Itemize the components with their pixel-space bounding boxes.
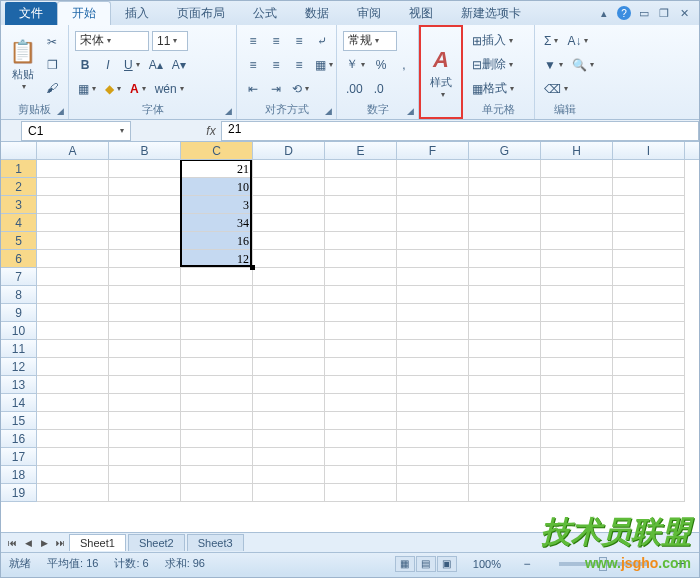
- tab-review[interactable]: 审阅: [343, 2, 395, 25]
- cell[interactable]: [541, 484, 613, 502]
- cell[interactable]: [613, 394, 685, 412]
- column-header[interactable]: G: [469, 142, 541, 159]
- delete-cells-button[interactable]: ⊟ 删除▾: [469, 55, 516, 75]
- cell[interactable]: [325, 286, 397, 304]
- format-painter-button[interactable]: 🖌: [42, 78, 62, 98]
- cell[interactable]: [253, 268, 325, 286]
- name-box[interactable]: C1 ▾: [21, 121, 131, 141]
- row-header[interactable]: 16: [1, 430, 37, 448]
- cell-styles-button[interactable]: A 样式 ▾: [427, 31, 455, 115]
- zoom-slider[interactable]: [559, 562, 649, 566]
- row-header[interactable]: 11: [1, 340, 37, 358]
- percent-button[interactable]: %: [371, 55, 391, 75]
- zoom-out-button[interactable]: −: [517, 554, 537, 574]
- cell[interactable]: [109, 340, 181, 358]
- cell[interactable]: [613, 466, 685, 484]
- cell[interactable]: [613, 268, 685, 286]
- cell[interactable]: [613, 430, 685, 448]
- dialog-launcher-icon[interactable]: ◢: [322, 105, 334, 117]
- row-header[interactable]: 15: [1, 412, 37, 430]
- format-cells-button[interactable]: ▦ 格式▾: [469, 79, 517, 99]
- cell[interactable]: [109, 376, 181, 394]
- cell[interactable]: [613, 304, 685, 322]
- cell[interactable]: [469, 376, 541, 394]
- cell[interactable]: [253, 322, 325, 340]
- italic-button[interactable]: I: [98, 55, 118, 75]
- cell[interactable]: [397, 430, 469, 448]
- decrease-indent-button[interactable]: ⇤: [243, 79, 263, 99]
- cell[interactable]: [37, 448, 109, 466]
- underline-button[interactable]: U▾: [121, 55, 143, 75]
- cell[interactable]: [469, 322, 541, 340]
- cell[interactable]: [181, 376, 253, 394]
- cell[interactable]: [181, 268, 253, 286]
- cell[interactable]: [469, 160, 541, 178]
- cell[interactable]: [109, 394, 181, 412]
- tab-page-layout[interactable]: 页面布局: [163, 2, 239, 25]
- cell[interactable]: [253, 466, 325, 484]
- border-button[interactable]: ▦▾: [75, 79, 99, 99]
- formula-input[interactable]: 21: [221, 121, 699, 141]
- cell[interactable]: [469, 232, 541, 250]
- cell[interactable]: [541, 160, 613, 178]
- cell[interactable]: [181, 448, 253, 466]
- cell[interactable]: [109, 430, 181, 448]
- tab-file[interactable]: 文件: [5, 2, 57, 25]
- cell[interactable]: [469, 178, 541, 196]
- cell[interactable]: [181, 322, 253, 340]
- cell[interactable]: [541, 358, 613, 376]
- cell[interactable]: [109, 214, 181, 232]
- cell[interactable]: [181, 358, 253, 376]
- cell[interactable]: [37, 178, 109, 196]
- cell[interactable]: [613, 448, 685, 466]
- cell[interactable]: [397, 448, 469, 466]
- orientation-button[interactable]: ⟲▾: [289, 79, 312, 99]
- cell[interactable]: [109, 286, 181, 304]
- row-header[interactable]: 14: [1, 394, 37, 412]
- bold-button[interactable]: B: [75, 55, 95, 75]
- cell[interactable]: [541, 178, 613, 196]
- last-sheet-button[interactable]: ⏭: [53, 536, 67, 550]
- cell[interactable]: [253, 196, 325, 214]
- font-name-combo[interactable]: 宋体▾: [75, 31, 149, 51]
- cell[interactable]: [469, 214, 541, 232]
- cell[interactable]: [613, 178, 685, 196]
- cell[interactable]: [397, 340, 469, 358]
- cell[interactable]: [253, 448, 325, 466]
- row-header[interactable]: 2: [1, 178, 37, 196]
- cell[interactable]: [109, 268, 181, 286]
- cell[interactable]: [109, 232, 181, 250]
- cell[interactable]: [469, 196, 541, 214]
- cell[interactable]: [397, 376, 469, 394]
- column-header[interactable]: H: [541, 142, 613, 159]
- cell[interactable]: [397, 394, 469, 412]
- cell[interactable]: [613, 322, 685, 340]
- cell[interactable]: 10: [181, 178, 253, 196]
- cell[interactable]: [37, 466, 109, 484]
- cell[interactable]: [253, 376, 325, 394]
- cell[interactable]: [541, 322, 613, 340]
- cell[interactable]: [109, 358, 181, 376]
- cell[interactable]: [469, 358, 541, 376]
- cell[interactable]: [613, 286, 685, 304]
- cell[interactable]: [181, 466, 253, 484]
- minimize-ribbon-icon[interactable]: ▴: [597, 6, 611, 20]
- align-top-button[interactable]: ≡: [243, 31, 263, 51]
- cell[interactable]: [469, 250, 541, 268]
- cell[interactable]: [469, 286, 541, 304]
- tab-custom[interactable]: 新建选项卡: [447, 2, 535, 25]
- tab-home[interactable]: 开始: [57, 1, 111, 25]
- tab-data[interactable]: 数据: [291, 2, 343, 25]
- comma-button[interactable]: ,: [394, 55, 414, 75]
- cell[interactable]: [253, 394, 325, 412]
- cell[interactable]: [541, 286, 613, 304]
- increase-indent-button[interactable]: ⇥: [266, 79, 286, 99]
- cell[interactable]: [397, 412, 469, 430]
- cell[interactable]: [325, 394, 397, 412]
- cell[interactable]: [37, 196, 109, 214]
- row-header[interactable]: 6: [1, 250, 37, 268]
- cell[interactable]: [253, 214, 325, 232]
- help-icon[interactable]: ?: [617, 6, 631, 20]
- phonetic-button[interactable]: wén▾: [152, 79, 187, 99]
- cell[interactable]: [181, 340, 253, 358]
